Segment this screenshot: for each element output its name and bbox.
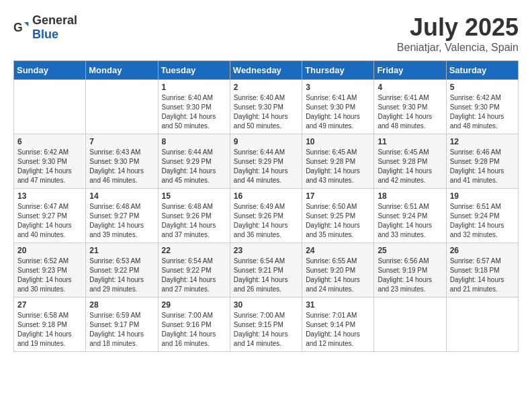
calendar-cell (14, 80, 86, 134)
day-info: Sunrise: 6:57 AMSunset: 9:18 PMDaylight:… (450, 257, 515, 294)
svg-text:G: G (13, 21, 23, 34)
calendar-cell (374, 298, 446, 352)
calendar-cell: 18Sunrise: 6:51 AMSunset: 9:24 PMDayligh… (374, 189, 446, 243)
calendar-cell: 29Sunrise: 7:00 AMSunset: 9:16 PMDayligh… (158, 298, 230, 352)
day-number: 22 (162, 246, 226, 255)
weekday-header-friday: Friday (374, 61, 446, 80)
week-row-4: 20Sunrise: 6:52 AMSunset: 9:23 PMDayligh… (14, 243, 519, 298)
day-info: Sunrise: 6:47 AMSunset: 9:27 PMDaylight:… (17, 202, 82, 240)
day-number: 2 (234, 83, 298, 92)
weekday-header-row: SundayMondayTuesdayWednesdayThursdayFrid… (14, 61, 519, 80)
day-number: 8 (162, 137, 226, 146)
day-info: Sunrise: 6:51 AMSunset: 9:24 PMDaylight:… (450, 202, 515, 240)
calendar-cell: 9Sunrise: 6:44 AMSunset: 9:29 PMDaylight… (230, 134, 302, 189)
day-info: Sunrise: 6:44 AMSunset: 9:29 PMDaylight:… (234, 148, 298, 185)
location-subtitle: Beniatjar, Valencia, Spain (397, 42, 519, 54)
day-number: 11 (378, 137, 442, 146)
day-number: 30 (234, 300, 298, 310)
day-info: Sunrise: 7:00 AMSunset: 9:15 PMDaylight:… (234, 311, 298, 349)
calendar-cell: 22Sunrise: 6:54 AMSunset: 9:22 PMDayligh… (158, 243, 230, 298)
day-info: Sunrise: 6:56 AMSunset: 9:19 PMDaylight:… (378, 257, 442, 294)
day-number: 4 (378, 83, 442, 92)
day-info: Sunrise: 6:45 AMSunset: 9:28 PMDaylight:… (378, 148, 442, 185)
weekday-header-tuesday: Tuesday (158, 61, 230, 80)
calendar-cell: 2Sunrise: 6:40 AMSunset: 9:30 PMDaylight… (230, 80, 302, 134)
calendar-cell (86, 80, 158, 134)
weekday-header-wednesday: Wednesday (230, 61, 302, 80)
weekday-header-saturday: Saturday (446, 61, 518, 80)
day-info: Sunrise: 6:48 AMSunset: 9:26 PMDaylight:… (162, 202, 226, 240)
calendar-cell: 3Sunrise: 6:41 AMSunset: 9:30 PMDaylight… (302, 80, 374, 134)
day-number: 12 (450, 137, 515, 146)
day-info: Sunrise: 6:51 AMSunset: 9:24 PMDaylight:… (378, 202, 442, 240)
day-number: 16 (234, 191, 298, 201)
day-number: 27 (17, 300, 82, 310)
day-info: Sunrise: 7:00 AMSunset: 9:16 PMDaylight:… (162, 311, 226, 349)
week-row-2: 6Sunrise: 6:42 AMSunset: 9:30 PMDaylight… (14, 134, 519, 189)
calendar-cell: 26Sunrise: 6:57 AMSunset: 9:18 PMDayligh… (446, 243, 518, 298)
day-info: Sunrise: 6:59 AMSunset: 9:17 PMDaylight:… (89, 311, 154, 349)
day-info: Sunrise: 6:46 AMSunset: 9:28 PMDaylight:… (450, 148, 515, 185)
logo: G General Blue (13, 13, 77, 42)
day-info: Sunrise: 6:48 AMSunset: 9:27 PMDaylight:… (89, 202, 154, 240)
day-info: Sunrise: 6:41 AMSunset: 9:30 PMDaylight:… (306, 93, 370, 131)
week-row-1: 1Sunrise: 6:40 AMSunset: 9:30 PMDaylight… (14, 80, 519, 134)
logo-blue: Blue (32, 28, 58, 41)
calendar-table: SundayMondayTuesdayWednesdayThursdayFrid… (13, 60, 519, 352)
calendar-cell: 15Sunrise: 6:48 AMSunset: 9:26 PMDayligh… (158, 189, 230, 243)
calendar-cell: 4Sunrise: 6:41 AMSunset: 9:30 PMDaylight… (374, 80, 446, 134)
day-info: Sunrise: 6:43 AMSunset: 9:30 PMDaylight:… (89, 148, 154, 185)
calendar-cell (446, 298, 518, 352)
day-number: 7 (89, 137, 154, 146)
day-number: 26 (450, 246, 515, 255)
day-info: Sunrise: 6:53 AMSunset: 9:22 PMDaylight:… (89, 257, 154, 294)
day-info: Sunrise: 6:58 AMSunset: 9:18 PMDaylight:… (17, 311, 82, 349)
month-year-title: July 2025 (397, 13, 519, 42)
calendar-cell: 28Sunrise: 6:59 AMSunset: 9:17 PMDayligh… (86, 298, 158, 352)
day-info: Sunrise: 7:01 AMSunset: 9:14 PMDaylight:… (306, 311, 370, 349)
day-number: 21 (89, 246, 154, 255)
week-row-5: 27Sunrise: 6:58 AMSunset: 9:18 PMDayligh… (14, 298, 519, 352)
calendar-cell: 24Sunrise: 6:55 AMSunset: 9:20 PMDayligh… (302, 243, 374, 298)
day-number: 29 (162, 300, 226, 310)
calendar-cell: 25Sunrise: 6:56 AMSunset: 9:19 PMDayligh… (374, 243, 446, 298)
day-info: Sunrise: 6:45 AMSunset: 9:28 PMDaylight:… (306, 148, 370, 185)
weekday-header-monday: Monday (86, 61, 158, 80)
day-info: Sunrise: 6:50 AMSunset: 9:25 PMDaylight:… (306, 202, 370, 240)
day-number: 25 (378, 246, 442, 255)
day-number: 15 (162, 191, 226, 201)
day-number: 18 (378, 191, 442, 201)
calendar-cell: 8Sunrise: 6:44 AMSunset: 9:29 PMDaylight… (158, 134, 230, 189)
calendar-cell: 6Sunrise: 6:42 AMSunset: 9:30 PMDaylight… (14, 134, 86, 189)
day-info: Sunrise: 6:49 AMSunset: 9:26 PMDaylight:… (234, 202, 298, 240)
day-number: 13 (17, 191, 82, 201)
day-info: Sunrise: 6:54 AMSunset: 9:22 PMDaylight:… (162, 257, 226, 294)
day-info: Sunrise: 6:55 AMSunset: 9:20 PMDaylight:… (306, 257, 370, 294)
day-number: 3 (306, 83, 370, 92)
day-info: Sunrise: 6:42 AMSunset: 9:30 PMDaylight:… (17, 148, 82, 185)
day-number: 17 (306, 191, 370, 201)
day-number: 24 (306, 246, 370, 255)
day-info: Sunrise: 6:41 AMSunset: 9:30 PMDaylight:… (378, 93, 442, 131)
calendar-cell: 27Sunrise: 6:58 AMSunset: 9:18 PMDayligh… (14, 298, 86, 352)
day-number: 14 (89, 191, 154, 201)
calendar-cell: 7Sunrise: 6:43 AMSunset: 9:30 PMDaylight… (86, 134, 158, 189)
calendar-cell: 31Sunrise: 7:01 AMSunset: 9:14 PMDayligh… (302, 298, 374, 352)
day-info: Sunrise: 6:44 AMSunset: 9:29 PMDaylight:… (162, 148, 226, 185)
calendar-cell: 17Sunrise: 6:50 AMSunset: 9:25 PMDayligh… (302, 189, 374, 243)
week-row-3: 13Sunrise: 6:47 AMSunset: 9:27 PMDayligh… (14, 189, 519, 243)
day-number: 1 (162, 83, 226, 92)
day-number: 9 (234, 137, 298, 146)
day-number: 20 (17, 246, 82, 255)
calendar-cell: 20Sunrise: 6:52 AMSunset: 9:23 PMDayligh… (14, 243, 86, 298)
calendar-cell: 19Sunrise: 6:51 AMSunset: 9:24 PMDayligh… (446, 189, 518, 243)
weekday-header-thursday: Thursday (302, 61, 374, 80)
day-number: 10 (306, 137, 370, 146)
calendar-cell: 16Sunrise: 6:49 AMSunset: 9:26 PMDayligh… (230, 189, 302, 243)
calendar-cell: 5Sunrise: 6:42 AMSunset: 9:30 PMDaylight… (446, 80, 518, 134)
logo-general: General (32, 13, 77, 27)
calendar-cell: 11Sunrise: 6:45 AMSunset: 9:28 PMDayligh… (374, 134, 446, 189)
calendar-cell: 23Sunrise: 6:54 AMSunset: 9:21 PMDayligh… (230, 243, 302, 298)
calendar-cell: 14Sunrise: 6:48 AMSunset: 9:27 PMDayligh… (86, 189, 158, 243)
day-info: Sunrise: 6:52 AMSunset: 9:23 PMDaylight:… (17, 257, 82, 294)
